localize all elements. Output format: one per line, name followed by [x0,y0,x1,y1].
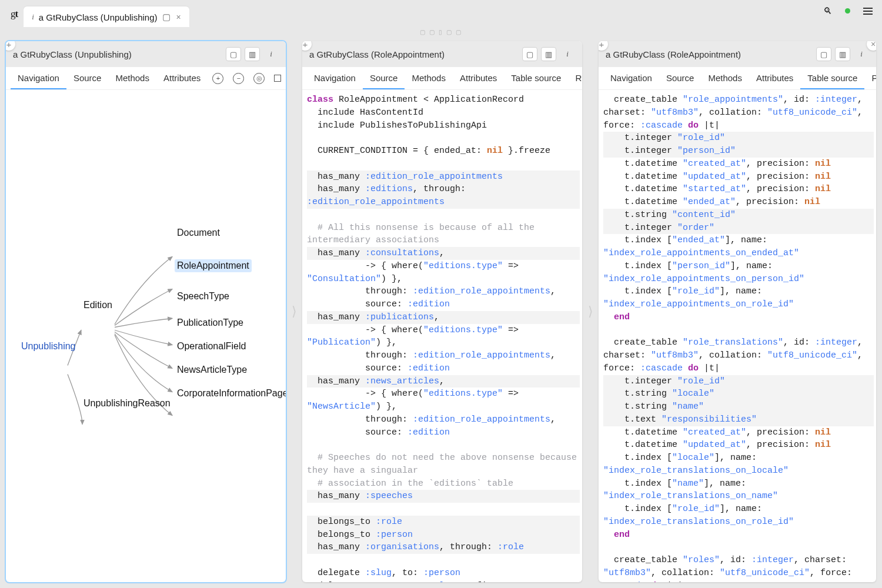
tab-attributes[interactable]: Attributes [749,67,800,89]
info-icon[interactable]: i [263,47,279,61]
tab-title: a GtRubyClass (Unpublishing) [39,12,158,22]
pane-header: a GtRubyClass (Unpublishing) ▢ ▥ i [6,41,286,67]
graph-node[interactable]: Document [175,226,222,239]
tab-truncated[interactable]: Prop [864,67,876,89]
info-icon: i [32,12,34,22]
pane-tabs: Navigation Source Methods Attributes Tab… [302,67,582,90]
graph-node-root[interactable]: Unpublishing [19,340,78,353]
graph-node[interactable]: Edition [81,299,115,312]
graph-node[interactable]: NewsArticleType [175,363,249,376]
book-icon[interactable]: ▥ [541,47,556,61]
graph-node[interactable]: CorporateInformationPageTy [175,387,286,400]
tab-navigation[interactable]: Navigation [11,67,66,89]
tab-methods[interactable]: Methods [405,67,453,89]
pane-source: + a GtRubyClass (RoleAppointment) ▢ ▥ i … [302,41,582,582]
status-dot-icon [845,8,850,14]
source-code[interactable]: class RoleAppointment < ApplicationRecor… [302,90,582,582]
tab-navigation[interactable]: Navigation [603,67,659,89]
pane-header: a GtRubyClass (RoleAppointment) ▢ ▥ i [302,41,582,67]
graph-canvas[interactable]: Unpublishing Edition UnpublishingReason … [6,90,286,582]
tab-methods[interactable]: Methods [108,67,156,89]
tab-maximize-icon[interactable]: ▢ [162,12,171,22]
graph-node[interactable]: OperationalField [175,340,248,353]
fit-icon[interactable]: ◎ [249,67,269,89]
graph-node[interactable]: UnpublishingReason [81,397,173,410]
pane-expand-icon[interactable]: ⟩ [584,41,596,582]
book-icon[interactable]: ▥ [835,47,850,61]
tab-navigation[interactable]: Navigation [307,67,363,89]
tab-table-source[interactable]: Table source [800,67,864,89]
tab-attributes[interactable]: Attributes [453,67,504,89]
tab-truncated[interactable]: R [568,67,582,89]
info-icon[interactable]: i [854,47,869,61]
tab-attributes[interactable]: Attributes [156,67,208,89]
zoom-out-icon[interactable]: − [228,67,249,89]
search-icon[interactable]: 🔍︎ [823,6,832,16]
pane-expand-icon[interactable]: ⟩ [288,41,300,582]
layout-mode-bar[interactable]: ▢ ▢ ▯ ▢ ▢ [0,27,882,36]
workspace: + a GtRubyClass (Unpublishing) ▢ ▥ i Nav… [0,36,882,588]
menu-icon[interactable] [863,8,873,15]
maximize-icon[interactable]: ▢ [816,47,831,61]
maximize-icon[interactable]: ▢ [522,47,537,61]
pane-navigation: + a GtRubyClass (Unpublishing) ▢ ▥ i Nav… [6,41,286,582]
pane-title: a GtRubyClass (Unpublishing) [13,49,132,59]
pane-header: a GtRubyClass (RoleAppointment) ▢ ▥ i [599,41,876,67]
table-source-code[interactable]: create_table "role_appointments", id: :i… [599,90,876,582]
info-icon[interactable]: i [560,47,575,61]
tab-source[interactable]: Source [66,67,109,89]
pane-table-source: + × a GtRubyClass (RoleAppointment) ▢ ▥ … [599,41,876,582]
book-icon[interactable]: ▥ [245,47,260,61]
graph-node[interactable]: PublicationType [175,316,246,329]
zoom-in-icon[interactable]: + [208,67,228,89]
tab-source[interactable]: Source [659,67,701,89]
graph-edges [6,90,286,582]
pane-title: a GtRubyClass (RoleAppointment) [309,49,445,59]
maximize-icon[interactable]: ▢ [226,47,241,61]
app-chrome: gt i a GtRubyClass (Unpublishing) ▢ × 🔍︎ [0,0,882,27]
tab-close-icon[interactable]: × [176,12,181,22]
tab-methods[interactable]: Methods [701,67,749,89]
graph-node[interactable]: SpeechType [175,290,232,303]
reset-icon[interactable] [269,67,286,89]
tab-source[interactable]: Source [363,67,405,89]
app-logo: gt [11,8,18,20]
pane-tabs: Navigation Source Methods Attributes + −… [6,67,286,90]
tab-table-source[interactable]: Table source [504,67,568,89]
graph-node-selected[interactable]: RoleAppointment [175,259,252,272]
pane-tabs: Navigation Source Methods Attributes Tab… [599,67,876,90]
pane-title: a GtRubyClass (RoleAppointment) [606,49,741,59]
window-tab[interactable]: i a GtRubyClass (Unpublishing) ▢ × [24,6,189,27]
